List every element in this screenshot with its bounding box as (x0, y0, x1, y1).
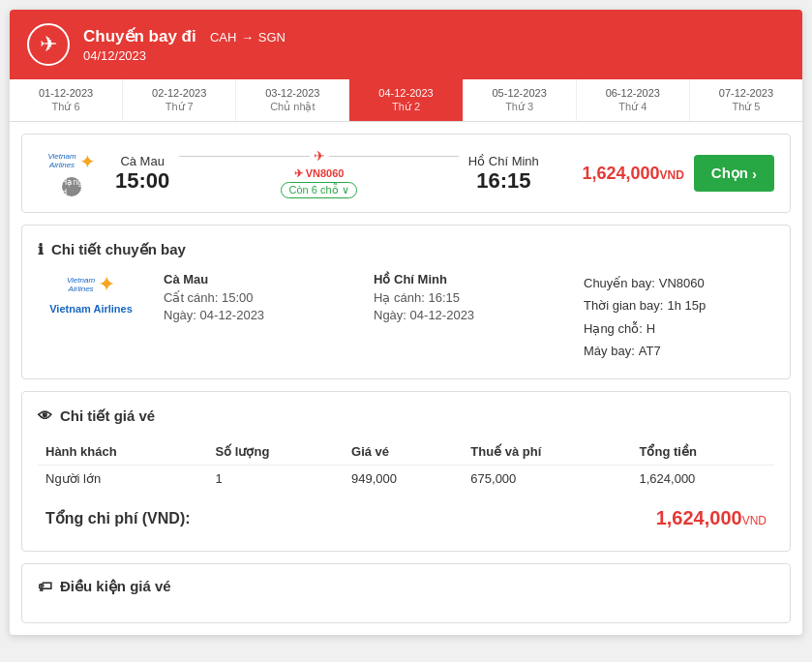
date-tab-7[interactable]: 07-12-2023 Thứ 5 (690, 79, 802, 121)
date-tab-2[interactable]: 02-12-2023 Thứ 7 (123, 79, 236, 121)
route-from: CAH (210, 30, 236, 45)
flight-number: ✈ VN8060 (179, 167, 459, 180)
flight-price: 1,624,000VND (549, 164, 684, 184)
date-tab-3[interactable]: 03-12-2023 Chủ nhật (236, 79, 349, 121)
rank-badge: Hạng H (62, 177, 81, 196)
total-amount: 1,624,000VND (656, 507, 767, 529)
flight-detail-title: ℹ Chi tiết chuyến bay (38, 241, 774, 258)
tag-icon: 🏷 (38, 578, 52, 594)
cell-gia-ve: 949,000 (344, 465, 463, 492)
col-hanh-khach: Hành khách (38, 438, 208, 466)
dep-city: Cà Mau (115, 154, 169, 168)
vna-logo: Vietnam Airlines (47, 153, 75, 170)
condition-section: 🏷 Điều kiện giá vé (21, 563, 791, 623)
route-to: SGN (258, 30, 286, 45)
plane-icon: ✈ (27, 23, 70, 66)
detail-dep-date-row: Ngày: 04-12-2023 (164, 308, 354, 322)
route-line: ✈ (179, 148, 459, 164)
header-title-text: Chuyến bay đi (83, 27, 196, 45)
condition-title: 🏷 Điều kiện giá vé (38, 578, 774, 595)
seats-badge[interactable]: Còn 6 chỗ ∨ (179, 180, 459, 198)
flight-departure: Cà Mau 15:00 (115, 154, 169, 194)
route-dash-left (179, 156, 309, 157)
route-arrow: → (241, 30, 254, 45)
route-plane-icon: ✈ (314, 148, 325, 164)
price-table: Hành khách Số lượng Giá vé Thuế và phí T… (38, 438, 774, 492)
detail-dep-city: Cà Mau (164, 272, 354, 286)
cell-hanh-khach: Người lớn (38, 465, 208, 492)
cell-thue-phi: 675,000 (463, 465, 631, 492)
detail-arr-col: Hồ Chí Minh Hạ cánh: 16:15 Ngày: 04-12-2… (374, 272, 564, 325)
detail-dep-col: Cà Mau Cất cánh: 15:00 Ngày: 04-12-2023 (164, 272, 354, 325)
arr-time: 16:15 (468, 168, 539, 194)
cell-so-luong: 1 (208, 465, 344, 492)
main-container: ✈ Chuyến bay đi CAH → SGN 04/12/2023 01-… (10, 10, 802, 635)
header: ✈ Chuyến bay đi CAH → SGN 04/12/2023 (10, 10, 802, 79)
col-gia-ve: Giá vé (344, 438, 463, 466)
date-tab-6[interactable]: 06-12-2023 Thứ 4 (577, 79, 690, 121)
col-thue-phi: Thuế và phí (463, 438, 631, 466)
sun-icon-detail: ✦ (98, 272, 115, 297)
date-tab-4[interactable]: 04-12-2023 Thứ 2 (349, 79, 463, 121)
cell-tong-tien: 1,624,000 (632, 465, 774, 492)
airline-logos: Vietnam Airlines ✦ Hạng H (38, 150, 105, 196)
flight-detail-row: Vietnam Airlines ✦ Vietnam Airlines Cà M… (38, 272, 774, 363)
sun-logo-card: ✦ (79, 150, 96, 173)
detail-arr-time-row: Hạ cánh: 16:15 (374, 290, 564, 305)
arr-city: Hồ Chí Minh (468, 154, 539, 168)
detail-dep-time-row: Cất cánh: 15:00 (164, 290, 354, 305)
flight-route: ✈ ✈ VN8060 Còn 6 chỗ ∨ (179, 148, 459, 198)
header-text: Chuyến bay đi CAH → SGN 04/12/2023 (83, 26, 286, 63)
eye-icon: 👁 (38, 407, 52, 424)
date-tab-5[interactable]: 05-12-2023 Thứ 3 (464, 79, 577, 121)
price-detail-section: 👁 Chi tiết giá vé Hành khách Số lượng Gi… (21, 391, 791, 552)
detail-airline-name: Vietnam Airlines (49, 303, 133, 315)
col-tong-tien: Tổng tiền (632, 438, 774, 466)
flight-detail-section: ℹ Chi tiết chuyến bay Vietnam Airlines ✦… (21, 225, 791, 379)
date-tabs: 01-12-2023 Thứ 6 02-12-2023 Thứ 7 03-12-… (10, 79, 802, 122)
col-so-luong: Số lượng (208, 438, 344, 466)
choose-button[interactable]: Chọn › (694, 155, 774, 192)
info-icon: ℹ (38, 241, 44, 258)
flight-card: Vietnam Airlines ✦ Hạng H Cà Mau 15:00 ✈… (21, 134, 791, 213)
dep-time: 15:00 (115, 168, 169, 194)
header-title: Chuyến bay đi CAH → SGN (83, 26, 286, 46)
detail-extra-info: Chuyến bay: VN8060 Thời gian bay: 1h 15p… (584, 272, 774, 363)
date-tab-1[interactable]: 01-12-2023 Thứ 6 (10, 79, 123, 121)
price-detail-title: 👁 Chi tiết giá vé (38, 407, 774, 425)
table-row: Người lớn 1 949,000 675,000 1,624,000 (38, 465, 774, 492)
total-label: Tổng chi phí (VND): (45, 509, 191, 527)
header-date: 04/12/2023 (83, 48, 286, 63)
route-dash-right (329, 156, 459, 157)
detail-airline: Vietnam Airlines ✦ Vietnam Airlines (38, 272, 144, 315)
chevron-right-icon: › (752, 166, 757, 182)
detail-arr-city: Hồ Chí Minh (374, 272, 564, 286)
total-row: Tổng chi phí (VND): 1,624,000VND (38, 501, 774, 535)
flight-arrival: Hồ Chí Minh 16:15 (468, 154, 539, 194)
detail-arr-date-row: Ngày: 04-12-2023 (374, 308, 564, 322)
